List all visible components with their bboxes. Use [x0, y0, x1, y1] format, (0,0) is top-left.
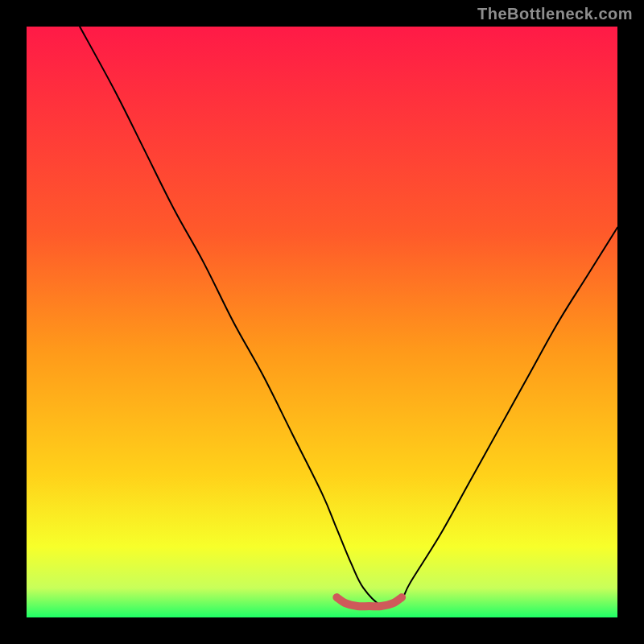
chart-frame: TheBottleneck.com: [0, 0, 644, 644]
watermark-text: TheBottleneck.com: [477, 5, 633, 23]
plot-area: [27, 27, 617, 617]
